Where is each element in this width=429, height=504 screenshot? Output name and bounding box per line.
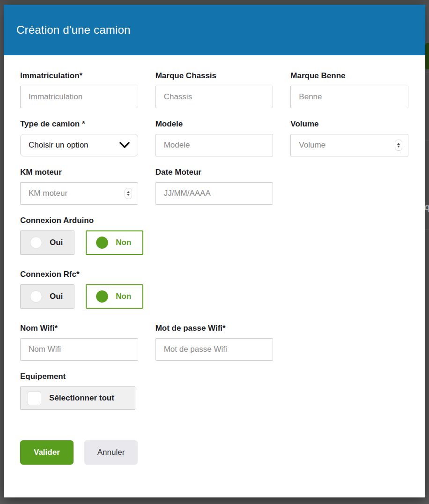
arduino-toggle-group: Connexion Arduino Oui Non	[20, 216, 408, 255]
form-row-2: Type de camion * Choisir un option Model…	[20, 119, 408, 156]
modele-label: Modele	[155, 119, 274, 129]
rfc-non-label: Non	[116, 292, 131, 301]
marque-benne-label: Marque Benne	[290, 71, 408, 81]
rfc-oui-button[interactable]: Oui	[20, 284, 74, 309]
field-marque-benne: Marque Benne	[290, 71, 408, 108]
field-type-camion: Type de camion * Choisir un option	[20, 119, 138, 156]
volume-input[interactable]	[290, 134, 408, 156]
spinner-up-arrow-icon	[397, 143, 400, 145]
marque-benne-input[interactable]	[290, 86, 408, 108]
field-volume: Volume	[290, 119, 408, 156]
arduino-non-button[interactable]: Non	[86, 230, 143, 255]
immatriculation-input[interactable]	[20, 86, 138, 108]
type-camion-label: Type de camion *	[20, 119, 138, 129]
checkbox-unchecked-icon[interactable]	[28, 392, 41, 405]
type-camion-selected-value: Choisir un option	[29, 141, 89, 150]
mot-de-passe-wifi-input[interactable]	[155, 338, 274, 361]
arduino-oui-label: Oui	[50, 238, 63, 247]
km-moteur-number-wrap	[20, 182, 138, 205]
marque-chassis-label: Marque Chassis	[155, 71, 274, 81]
spinner-up-arrow-icon	[127, 191, 130, 193]
radio-selected-icon	[96, 237, 108, 249]
date-moteur-label: Date Moteur	[155, 168, 274, 177]
radio-unselected-icon	[30, 237, 42, 249]
field-nom-wifi: Nom Wifi*	[20, 324, 138, 361]
field-modele: Modele	[155, 119, 274, 156]
mot-de-passe-wifi-label: Mot de passe Wifi*	[155, 324, 274, 333]
valider-button[interactable]: Valider	[20, 440, 74, 465]
background-table-line	[425, 141, 429, 141]
date-moteur-input[interactable]	[155, 182, 274, 205]
background-table-line	[425, 73, 429, 73]
modal-title: Création d'une camion	[16, 23, 131, 37]
chevron-down-icon	[119, 142, 130, 148]
radio-selected-icon	[96, 290, 108, 303]
modele-input[interactable]	[155, 134, 274, 156]
modal-body: Immatriculation* Marque Chassis Marque B…	[4, 55, 425, 497]
volume-label: Volume	[290, 119, 408, 129]
form-row-3: KM moteur Date Moteur	[20, 168, 408, 205]
radio-unselected-icon	[30, 290, 42, 303]
arduino-toggle-row: Oui Non	[20, 230, 408, 255]
rfc-toggle-group: Connexion Rfc* Oui Non	[20, 270, 408, 309]
rfc-oui-label: Oui	[50, 292, 63, 301]
modal-header: Création d'une camion	[4, 5, 425, 55]
form-row-3-spacer	[290, 168, 408, 205]
field-marque-chassis: Marque Chassis	[155, 71, 274, 108]
spinner-down-arrow-icon	[397, 146, 400, 148]
background-table-line	[425, 230, 429, 230]
volume-number-wrap	[290, 134, 408, 156]
type-camion-select[interactable]: Choisir un option	[20, 134, 138, 156]
km-moteur-label: KM moteur	[20, 168, 138, 177]
rfc-non-button[interactable]: Non	[86, 284, 143, 309]
spinner-down-arrow-icon	[127, 194, 130, 196]
immatriculation-label: Immatriculation*	[20, 71, 138, 81]
form-row-wifi-spacer	[290, 324, 408, 361]
select-all-label: Sélectionner tout	[49, 393, 114, 403]
field-km-moteur: KM moteur	[20, 168, 138, 205]
rfc-toggle-row: Oui Non	[20, 284, 408, 309]
form-row-1: Immatriculation* Marque Chassis Marque B…	[20, 71, 408, 108]
nom-wifi-input[interactable]	[20, 338, 138, 361]
select-all-equipment-toggle[interactable]: Sélectionner tout	[20, 386, 135, 410]
form-row-wifi: Nom Wifi* Mot de passe Wifi*	[20, 324, 408, 361]
modal-actions: Valider Annuler	[20, 440, 408, 465]
create-truck-modal: Création d'une camion Immatriculation* M…	[4, 5, 425, 497]
equipement-label: Equipement	[20, 372, 408, 381]
field-immatriculation: Immatriculation*	[20, 71, 138, 108]
modal-overlay: q Création d'une camion Immatriculation*…	[0, 0, 429, 504]
arduino-label: Connexion Arduino	[20, 216, 408, 225]
number-spinner-icon[interactable]	[125, 188, 132, 199]
field-date-moteur: Date Moteur	[155, 168, 274, 205]
arduino-oui-button[interactable]: Oui	[20, 230, 74, 255]
rfc-label: Connexion Rfc*	[20, 270, 408, 279]
arduino-non-label: Non	[116, 238, 131, 247]
dimmed-background-green-button	[425, 43, 429, 69]
km-moteur-input[interactable]	[20, 182, 138, 205]
marque-chassis-input[interactable]	[155, 86, 274, 108]
field-mot-de-passe-wifi: Mot de passe Wifi*	[155, 324, 274, 361]
annuler-button[interactable]: Annuler	[84, 440, 138, 465]
equipement-group: Equipement Sélectionner tout	[20, 372, 408, 410]
nom-wifi-label: Nom Wifi*	[20, 324, 138, 333]
number-spinner-icon[interactable]	[395, 140, 402, 151]
